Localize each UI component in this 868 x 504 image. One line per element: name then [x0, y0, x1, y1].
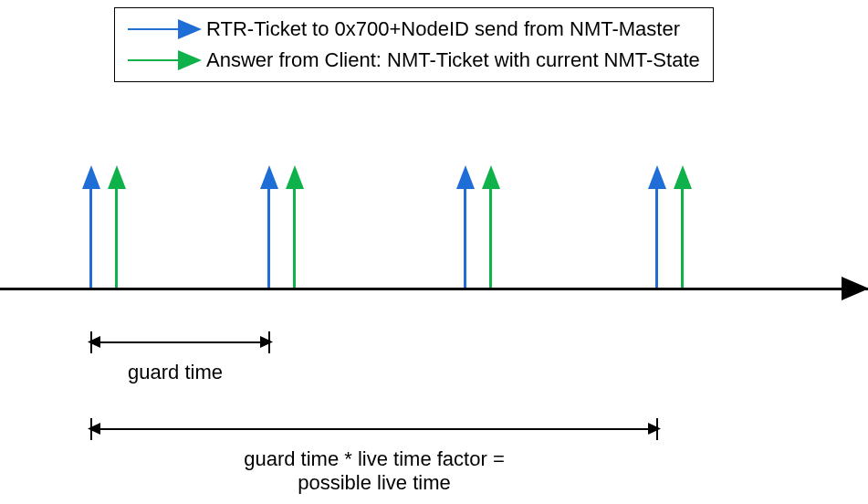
legend: RTR-Ticket to 0x700+NodeID send from NMT… [114, 7, 714, 82]
svg-marker-14 [648, 423, 661, 435]
timeline-axis [0, 288, 868, 290]
possible-label-line1: guard time * live time factor = [244, 447, 505, 470]
svg-marker-5 [260, 165, 278, 189]
svg-marker-0 [178, 19, 202, 39]
legend-label: RTR-Ticket to 0x700+NodeID send from NMT… [206, 17, 680, 41]
arrowhead-icon [178, 19, 202, 39]
arrowhead-icon [260, 165, 278, 189]
arrowhead-icon [178, 50, 202, 70]
svg-marker-9 [648, 165, 666, 189]
svg-marker-6 [286, 165, 304, 189]
svg-marker-10 [674, 165, 692, 189]
legend-label: Answer from Client: NMT-Ticket with curr… [206, 48, 700, 72]
arrowhead-icon [648, 165, 666, 189]
svg-marker-13 [88, 423, 100, 435]
possible-label-line2: possible live time [298, 471, 451, 494]
svg-marker-7 [456, 165, 475, 189]
svg-marker-2 [842, 277, 868, 300]
arrowhead-icon [674, 165, 692, 189]
svg-marker-12 [260, 336, 273, 348]
svg-marker-1 [178, 50, 202, 70]
arrowhead-icon [286, 165, 304, 189]
arrowhead-icon [456, 165, 475, 189]
svg-marker-11 [88, 336, 100, 348]
arrowhead-icon [88, 336, 100, 348]
legend-item-rtr: RTR-Ticket to 0x700+NodeID send from NMT… [128, 14, 700, 45]
guard-time-label: guard time [128, 361, 223, 384]
arrow-icon [128, 16, 201, 42]
arrowhead-icon [88, 423, 100, 435]
arrowhead-icon [260, 336, 273, 348]
arrow-icon [128, 47, 201, 73]
arrowhead-icon [482, 165, 500, 189]
legend-item-answer: Answer from Client: NMT-Ticket with curr… [128, 45, 700, 76]
possible-live-time-label: guard time * live time factor = possible… [183, 447, 566, 495]
svg-marker-8 [482, 165, 500, 189]
arrowhead-icon [842, 277, 868, 300]
arrowhead-icon [108, 165, 126, 189]
svg-marker-4 [108, 165, 126, 189]
arrowhead-icon [648, 423, 661, 435]
svg-marker-3 [82, 165, 100, 189]
arrowhead-icon [82, 165, 100, 189]
